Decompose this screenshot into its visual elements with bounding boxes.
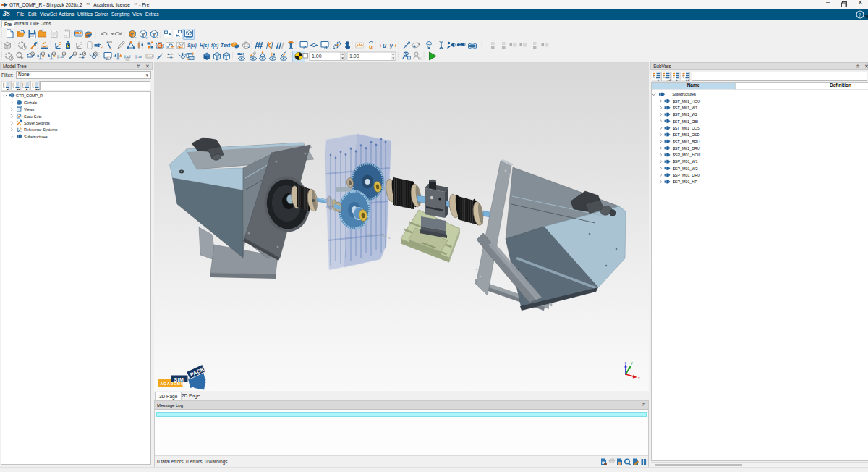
- svg-text:$SP_M01_HOU: $SP_M01_HOU: [673, 153, 700, 157]
- svg-text:$ST_M01_HOU: $ST_M01_HOU: [673, 99, 700, 104]
- svg-text:?: ?: [859, 12, 861, 18]
- svg-text:S(u): S(u): [187, 43, 197, 49]
- svg-text:x: x: [638, 376, 640, 380]
- svg-text:Substructures: Substructures: [672, 92, 696, 96]
- svg-text:Text: Text: [221, 43, 231, 48]
- svg-text:$ST_M01_COS: $ST_M01_COS: [673, 126, 700, 130]
- svg-text:0,1: 0,1: [108, 57, 111, 60]
- svg-text:z: z: [157, 35, 158, 39]
- svg-text:Views: Views: [24, 107, 34, 111]
- svg-text:f(x): f(x): [211, 43, 218, 49]
- svg-text:$SP_M01_W2: $SP_M01_W2: [673, 167, 698, 171]
- svg-text:◂◂: ◂◂: [17, 87, 21, 91]
- svg-text:u: u: [369, 43, 373, 50]
- svg-text:y: y: [146, 35, 148, 39]
- svg-text:$ST_M01_BRU: $ST_M01_BRU: [673, 140, 700, 144]
- svg-text:H(s): H(s): [200, 43, 209, 49]
- svg-text:▸▸: ▸▸: [686, 77, 691, 82]
- svg-text:State Sets: State Sets: [24, 114, 42, 119]
- svg-text:$SP_M01_HP: $SP_M01_HP: [673, 180, 697, 184]
- svg-text:Reference Systems: Reference Systems: [24, 127, 58, 132]
- svg-text:z: z: [625, 361, 627, 365]
- svg-text:$SP_M01_W1: $SP_M01_W1: [673, 159, 698, 164]
- svg-text:x: x: [135, 35, 137, 39]
- svg-text:GTR_COMP_R: GTR_COMP_R: [16, 93, 43, 98]
- svg-text:u: u: [383, 42, 387, 49]
- svg-text:y: y: [631, 361, 633, 365]
- svg-text:Solver Settings: Solver Settings: [24, 121, 50, 125]
- svg-text:$ST_M01_W2: $ST_M01_W2: [673, 112, 697, 117]
- svg-text:|i.at: |i.at: [135, 54, 142, 59]
- svg-text:$ST_M01_CBI: $ST_M01_CBI: [673, 119, 699, 124]
- svg-text:0,1: 0,1: [127, 58, 130, 61]
- svg-text:SIM: SIM: [174, 377, 184, 382]
- svg-text:1,1,2: 1,1,2: [147, 54, 154, 58]
- svg-text:$SP_M01_DRU: $SP_M01_DRU: [673, 173, 700, 177]
- svg-text:+: +: [394, 43, 398, 49]
- svg-text:Globals: Globals: [24, 101, 37, 105]
- svg-text:1.00: 1.00: [312, 54, 322, 59]
- svg-text:Substructures: Substructures: [24, 135, 48, 139]
- svg-text:y: y: [389, 42, 394, 49]
- svg-text:$ST_M01_CSD: $ST_M01_CSD: [673, 132, 700, 137]
- svg-text:1.00: 1.00: [349, 54, 359, 59]
- svg-text:x: x: [388, 235, 391, 240]
- svg-text:$ST_M01_W1: $ST_M01_W1: [673, 106, 697, 110]
- svg-text:$ST_M01_DRU: $ST_M01_DRU: [673, 146, 700, 151]
- svg-text:◂◂: ◂◂: [667, 77, 671, 82]
